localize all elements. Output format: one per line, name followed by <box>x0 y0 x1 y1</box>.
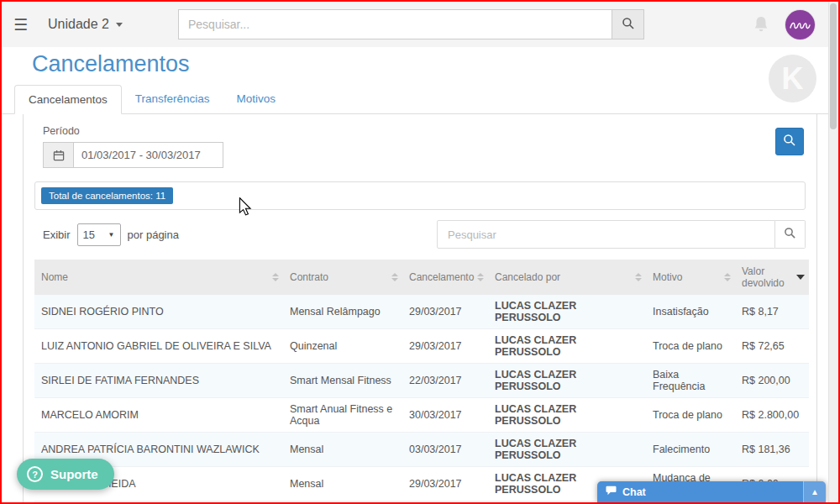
cell-motivo: Troca de plano <box>646 398 735 433</box>
cell-nome[interactable]: SIRLEI DE FATIMA FERNANDES <box>34 364 283 398</box>
cell-contrato: Smart Anual Fitness e Acqua <box>283 398 402 433</box>
per-page-label: por página <box>128 228 179 241</box>
list-search <box>437 220 806 249</box>
calendar-icon[interactable] <box>43 142 73 168</box>
cell-nome[interactable]: SIDNEI ROGÉRIO PINTO <box>34 295 283 329</box>
table-row[interactable]: SIDNEI ROGÉRIO PINTO Mensal Relâmpago 29… <box>34 295 809 329</box>
search-icon <box>784 227 796 242</box>
column-header-valor-devolvido[interactable]: Valor devolvido <box>735 260 809 295</box>
cell-cancelado-por[interactable]: LUCAS CLAZER PERUSSOLO <box>488 364 646 398</box>
unit-label: Unidade 2 <box>48 17 109 32</box>
chevron-down-icon: ▼ <box>108 231 115 239</box>
sort-icon <box>477 273 484 281</box>
column-header-cancelado-por[interactable]: Cancelado por <box>488 260 646 295</box>
cell-nome[interactable]: MARCELO AMORIM <box>34 398 283 433</box>
list-controls: Exibir 15 ▼ por página <box>34 220 806 249</box>
cell-cancelamento: 03/03/2017 <box>402 433 488 467</box>
cell-valor: R$ 8,17 <box>735 295 809 329</box>
cell-cancelamento: 22/03/2017 <box>402 364 488 398</box>
cancellations-table: Nome Contrato Cancelamento Cancelado por… <box>34 260 809 504</box>
period-input[interactable] <box>73 142 223 168</box>
page-title: Cancelamentos <box>32 51 838 77</box>
cell-motivo: Falecimento <box>646 433 735 467</box>
chat-label: Chat <box>622 486 646 498</box>
table-row[interactable]: MARCELO AMORIM Smart Anual Fitness e Acq… <box>34 398 809 433</box>
scrollbar[interactable] <box>828 2 838 502</box>
cell-contrato: Mensal Relâmpago <box>283 295 402 329</box>
table-header-row: Nome Contrato Cancelamento Cancelado por… <box>34 260 809 295</box>
sort-icon <box>391 273 398 281</box>
column-header-nome[interactable]: Nome <box>34 260 283 295</box>
global-search-button[interactable] <box>612 9 644 39</box>
cell-contrato: Mensal <box>283 467 402 501</box>
sort-icon <box>724 273 731 281</box>
table-row[interactable]: ANDREA PATRÍCIA BARONTINI WAZLAWICK Mens… <box>34 433 809 467</box>
tab-transferencias[interactable]: Transferências <box>122 85 223 114</box>
total-badge: Total de cancelamentos: 11 <box>41 187 173 204</box>
column-header-contrato[interactable]: Contrato <box>283 260 402 295</box>
cell-cancelado-por[interactable]: LUCAS CLAZER PERUSSOLO <box>488 295 646 329</box>
watermark-logo: K <box>769 55 816 102</box>
table-body: SIDNEI ROGÉRIO PINTO Mensal Relâmpago 29… <box>34 295 809 504</box>
notifications-bell-icon[interactable] <box>753 15 769 38</box>
sort-icon <box>635 273 642 281</box>
cell-valor: R$ 200,00 <box>735 364 809 398</box>
cell-cancelamento: 29/03/2017 <box>402 295 488 329</box>
cell-nome[interactable]: VALERIA ALVES DE OLIVEIRA <box>34 501 283 504</box>
cell-motivo: Insatisfação <box>646 295 735 329</box>
cell-nome[interactable]: LUIZ ANTONIO GABRIEL DE OLIVEIRA E SILVA <box>34 329 283 364</box>
search-icon <box>783 134 796 150</box>
cell-contrato: Smart Mensal Fitness <box>283 364 402 398</box>
topbar: ☰ Unidade 2 <box>2 2 838 47</box>
show-label: Exibir <box>43 228 71 241</box>
page-size-select[interactable]: 15 ▼ <box>77 223 121 246</box>
cell-cancelado-por[interactable]: LUCAS CLAZER PERUSSOLO <box>488 329 646 364</box>
page-size-value: 15 <box>83 228 95 241</box>
scrollbar-thumb[interactable] <box>830 3 837 129</box>
period-field <box>43 142 806 168</box>
table-row[interactable]: LUIZ ANTONIO GABRIEL DE OLIVEIRA E SILVA… <box>34 329 809 364</box>
tab-motivos[interactable]: Motivos <box>223 85 290 114</box>
chat-widget[interactable]: Chat ▲ <box>597 481 826 502</box>
sort-desc-icon <box>796 275 805 280</box>
total-panel: Total de cancelamentos: 11 <box>34 181 806 210</box>
search-icon <box>622 17 635 33</box>
chevron-down-icon <box>116 23 123 27</box>
list-search-button[interactable] <box>775 220 806 249</box>
cell-contrato: Smart Mensal Fitness <box>283 501 402 504</box>
content-panel: Período Total de cancelamentos: 11 Exibi… <box>23 114 817 504</box>
column-header-cancelamento[interactable]: Cancelamento <box>402 260 488 295</box>
cell-cancelado-por[interactable]: LUCAS CLAZER PERUSSOLO <box>488 398 646 433</box>
filter-search-button[interactable] <box>775 128 804 155</box>
column-header-motivo[interactable]: Motivo <box>646 260 735 295</box>
cell-contrato: Quinzenal <box>283 329 402 364</box>
global-search-input[interactable] <box>178 9 612 39</box>
sort-icon <box>272 273 279 281</box>
menu-icon[interactable]: ☰ <box>13 17 28 33</box>
support-label: Suporte <box>50 467 98 481</box>
global-search <box>178 9 644 39</box>
support-button[interactable]: ? Suporte <box>17 459 114 490</box>
question-icon: ? <box>27 466 43 482</box>
table-row[interactable]: SIRLEI DE FATIMA FERNANDES Smart Mensal … <box>34 364 809 398</box>
cell-cancelamento: 29/03/2017 <box>402 329 488 364</box>
cell-cancelamento: 29/03/2017 <box>402 501 488 504</box>
cell-valor: R$ 181,36 <box>735 433 809 467</box>
avatar[interactable] <box>785 10 815 39</box>
filter-row: Período <box>34 125 806 168</box>
cell-motivo: Baixa Frequência <box>646 364 735 398</box>
cell-contrato: Mensal <box>283 433 402 467</box>
cell-valor: R$ 2.800,00 <box>735 398 809 433</box>
cell-valor: R$ 72,65 <box>735 329 809 364</box>
list-search-input[interactable] <box>437 220 775 249</box>
app-window: ☰ Unidade 2 K Cancelamentos Cancelamento… <box>0 0 840 504</box>
cell-cancelado-por[interactable]: LUCAS CLAZER PERUSSOLO <box>488 433 646 467</box>
cell-motivo: Troca de plano <box>646 329 735 364</box>
period-label: Período <box>43 125 806 137</box>
chat-bubble-icon <box>606 486 617 498</box>
unit-selector[interactable]: Unidade 2 <box>48 17 123 32</box>
tabs: Cancelamentos Transferências Motivos <box>2 85 838 114</box>
tab-cancelamentos[interactable]: Cancelamentos <box>14 85 122 114</box>
cell-cancelamento: 30/03/2017 <box>402 398 488 433</box>
chevron-up-icon[interactable]: ▲ <box>803 481 826 502</box>
